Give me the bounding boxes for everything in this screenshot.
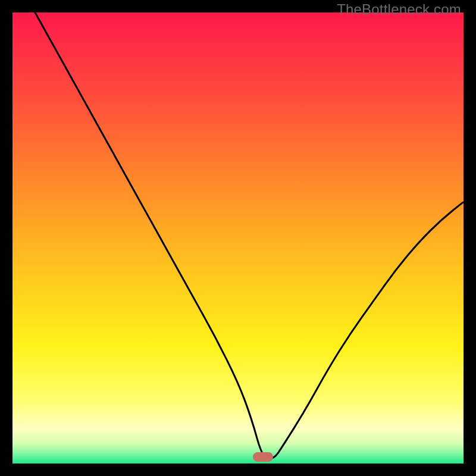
- optimal-marker: [253, 452, 273, 462]
- bottleneck-curve: [12, 12, 464, 464]
- plot-area: [12, 12, 464, 464]
- watermark-text: TheBottleneck.com: [337, 1, 461, 18]
- chart-frame: TheBottleneck.com: [0, 0, 476, 476]
